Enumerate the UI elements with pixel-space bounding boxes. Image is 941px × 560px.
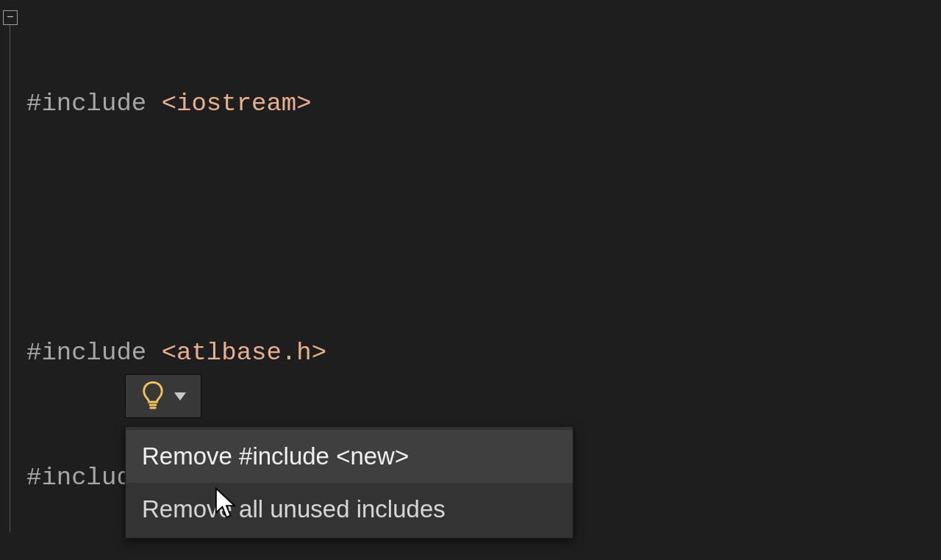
menu-item-label: Remove all unused includes <box>142 495 446 523</box>
directive: #include <box>26 90 162 118</box>
fold-guide-line <box>10 25 10 532</box>
fold-collapse-icon[interactable]: − <box>3 10 18 25</box>
header: <atlbase.h> <box>162 339 326 367</box>
gutter: − <box>0 0 22 560</box>
menu-item-remove-include[interactable]: Remove #include <new> <box>126 430 573 483</box>
menu-item-label: Remove #include <new> <box>142 442 409 470</box>
quick-actions-menu: Remove #include <new> Remove all unused … <box>125 426 573 539</box>
code-line-blank[interactable] <box>26 208 476 250</box>
lightbulb-icon <box>140 381 165 411</box>
fold-glyph: − <box>7 12 14 24</box>
directive: #include <box>26 339 162 367</box>
code-line[interactable]: #include <iostream> <box>26 83 476 125</box>
chevron-down-icon <box>174 392 186 401</box>
menu-item-remove-all-unused[interactable]: Remove all unused includes <box>126 483 573 536</box>
code-line[interactable]: #include <atlbase.h> <box>26 332 476 374</box>
code-editor[interactable]: − #include <iostream> #include <atlbase.… <box>0 0 941 560</box>
header: <iostream> <box>162 90 312 118</box>
quick-actions-lightbulb[interactable] <box>125 374 201 418</box>
